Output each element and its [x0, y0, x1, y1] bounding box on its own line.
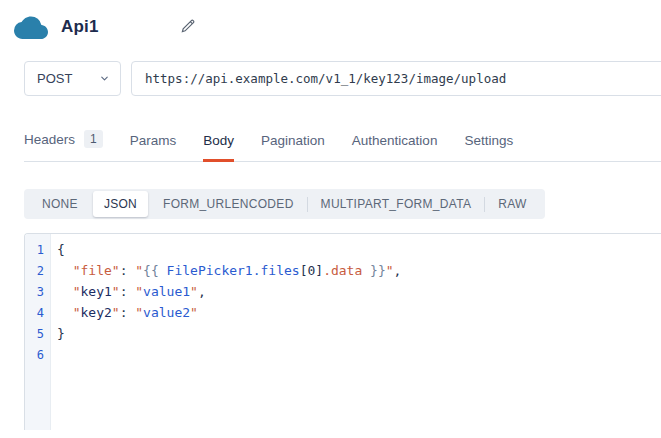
code-token [362, 263, 370, 278]
code-token: key1 [80, 284, 111, 299]
code-token: " [112, 284, 120, 299]
code-token: " [135, 305, 143, 320]
tab-pagination[interactable]: Pagination [261, 123, 325, 161]
code-token: " [190, 305, 198, 320]
pencil-icon [179, 18, 196, 35]
page-title: Api1 [61, 17, 99, 37]
code-token: : [120, 305, 136, 320]
tab-count-badge: 1 [84, 130, 103, 148]
tab-label: Settings [464, 133, 513, 148]
line-number: 2 [25, 264, 51, 278]
tab-label: Authentication [352, 133, 438, 148]
code-token: value2 [143, 305, 190, 320]
code-line: 2 "file": "{{ FilePicker1.files[0].data … [25, 260, 661, 281]
line-number: 5 [25, 327, 51, 341]
code-line: 6 [25, 344, 661, 365]
code-line: 5} [25, 323, 661, 344]
tab-headers[interactable]: Headers1 [24, 120, 103, 161]
body-mode-json[interactable]: JSON [93, 191, 148, 217]
json-body-editor[interactable]: 1{2 "file": "{{ FilePicker1.files[0].dat… [24, 233, 661, 430]
body-mode-none[interactable]: NONE [29, 191, 91, 217]
code-token: " [135, 263, 143, 278]
body-mode-raw[interactable]: RAW [485, 191, 539, 217]
code-token: , [198, 284, 206, 299]
code-line: 1{ [25, 239, 661, 260]
request-row: POST [24, 61, 661, 96]
code-token: .data [323, 263, 362, 278]
code-token: {{ [143, 263, 159, 278]
tab-label: Params [130, 133, 177, 148]
line-number: 4 [25, 306, 51, 320]
method-value: POST [37, 71, 72, 86]
code-token: " [112, 305, 120, 320]
tab-label: Body [203, 133, 234, 148]
url-input[interactable] [131, 61, 661, 96]
code-token: , [394, 263, 402, 278]
tab-params[interactable]: Params [130, 123, 177, 161]
edit-title-button[interactable] [177, 16, 198, 37]
request-tabs: Headers1ParamsBodyPaginationAuthenticati… [24, 120, 661, 162]
cloud-icon [14, 14, 48, 40]
code-token: }} [370, 263, 386, 278]
code-token: " [386, 263, 394, 278]
code-lines: 1{2 "file": "{{ FilePicker1.files[0].dat… [25, 234, 661, 365]
code-token: { [57, 242, 65, 257]
code-token: key2 [80, 305, 111, 320]
chevron-down-icon [99, 73, 110, 84]
line-number: 1 [25, 243, 51, 257]
code-token: : [120, 284, 136, 299]
code-token: " [135, 284, 143, 299]
code-token: : [120, 263, 136, 278]
tab-body[interactable]: Body [203, 123, 234, 161]
code-token: } [57, 326, 65, 341]
tab-label: Headers [24, 132, 75, 147]
code-token: " [190, 284, 198, 299]
tab-label: Pagination [261, 133, 325, 148]
code-token [57, 284, 73, 299]
line-number: 6 [25, 348, 51, 362]
code-text: "key1": "value1", [51, 284, 206, 299]
code-line: 4 "key2": "value2" [25, 302, 661, 323]
tab-settings[interactable]: Settings [464, 123, 513, 161]
body-type-segmented-control: NONEJSONFORM_URLENCODEDMULTIPART_FORM_DA… [24, 189, 545, 219]
body-mode-multipart-form-data[interactable]: MULTIPART_FORM_DATA [308, 191, 485, 217]
code-token [159, 263, 167, 278]
line-number: 3 [25, 285, 51, 299]
body-mode-form-urlencoded[interactable]: FORM_URLENCODED [150, 191, 307, 217]
code-token: FilePicker1.files [167, 263, 300, 278]
code-token [57, 305, 73, 320]
code-text: } [51, 326, 65, 341]
code-text: { [51, 242, 65, 257]
header: Api1 [0, 0, 661, 44]
tab-authentication[interactable]: Authentication [352, 123, 438, 161]
code-text: "file": "{{ FilePicker1.files[0].data }}… [51, 263, 401, 278]
code-token: "file" [73, 263, 120, 278]
code-token [57, 263, 73, 278]
code-token: [0] [300, 263, 323, 278]
method-select[interactable]: POST [24, 61, 121, 96]
code-text: "key2": "value2" [51, 305, 198, 320]
code-line: 3 "key1": "value1", [25, 281, 661, 302]
code-token: value1 [143, 284, 190, 299]
